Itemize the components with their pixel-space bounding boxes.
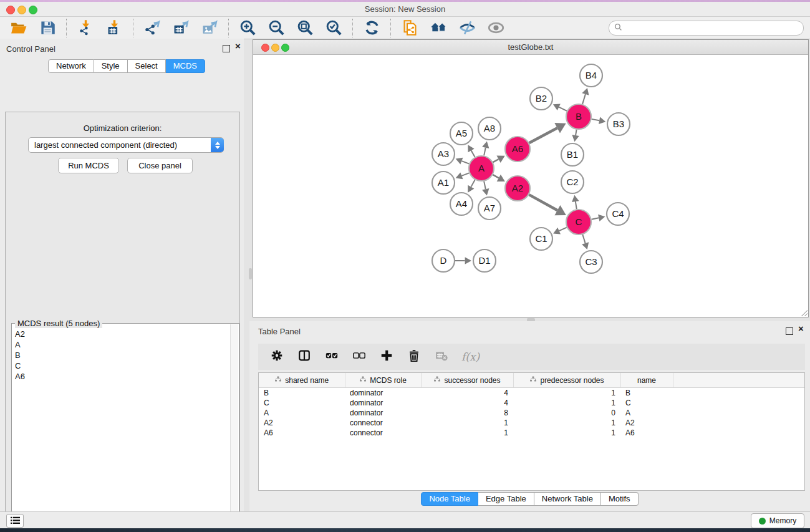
tab-mcds[interactable]: MCDS [166, 59, 205, 73]
import-network-button[interactable] [76, 19, 95, 37]
import-table-button[interactable] [105, 19, 123, 37]
table-cell[interactable]: 1 [513, 398, 620, 408]
mcds-result-item[interactable]: C [12, 360, 231, 371]
task-history-button[interactable] [6, 514, 24, 528]
table-cell[interactable]: 8 [421, 408, 513, 418]
table-cell[interactable]: 1 [421, 428, 513, 438]
tab-motifs[interactable]: Motifs [601, 492, 639, 506]
table-cell[interactable]: A [620, 408, 673, 418]
vertical-splitter-handle[interactable] [249, 268, 252, 279]
graph-node-A4[interactable]: A4 [450, 193, 473, 215]
table-cell[interactable]: A [259, 408, 345, 418]
tab-edge-table[interactable]: Edge Table [478, 492, 534, 506]
graph-edge-B-B4[interactable] [582, 94, 586, 104]
column-header-successor-nodes[interactable]: successor nodes [421, 373, 513, 388]
graph-node-C[interactable]: C [566, 210, 591, 235]
refresh-button[interactable] [362, 19, 381, 37]
table-row[interactable]: A6connector11A6 [259, 428, 804, 438]
column-header-shared-name[interactable]: shared name [259, 373, 345, 388]
graph-node-C4[interactable]: C4 [607, 203, 629, 225]
table-cell[interactable]: A6 [259, 428, 345, 438]
graph-node-B[interactable]: B [566, 104, 591, 129]
graph-edge-A-A1[interactable] [461, 173, 469, 176]
show-panels-button[interactable] [486, 19, 505, 37]
graph-node-A5[interactable]: A5 [450, 122, 473, 145]
table-cell[interactable]: B [259, 388, 345, 399]
graph-edge-B-B1[interactable] [576, 130, 577, 135]
mcds-result-list[interactable]: A2ABCA6 [12, 329, 231, 532]
graph-edge-A-A5[interactable] [471, 150, 475, 157]
graph-node-A8[interactable]: A8 [478, 117, 501, 140]
table-cell[interactable]: A6 [620, 428, 673, 438]
mcds-result-item[interactable]: A2 [12, 329, 231, 339]
close-panel-button[interactable]: Close panel [127, 158, 193, 173]
show-columns-button[interactable] [297, 349, 312, 365]
graph-edge-A-A8[interactable] [484, 148, 486, 156]
table-cell[interactable]: B [620, 388, 673, 399]
table-row[interactable]: Bdominator41B [259, 388, 804, 399]
table-cell[interactable]: dominator [345, 388, 421, 399]
export-image-button[interactable] [200, 19, 219, 37]
export-network-button[interactable] [143, 19, 162, 37]
table-cell[interactable]: 1 [513, 418, 620, 428]
graph-node-A[interactable]: A [469, 156, 494, 181]
zoom-selected-button[interactable] [324, 19, 343, 37]
optimization-criterion-select[interactable]: largest connected component (directed) [28, 137, 224, 153]
graph-node-A7[interactable]: A7 [478, 197, 501, 220]
home-button[interactable] [429, 19, 448, 37]
table-cell[interactable]: A2 [620, 418, 673, 428]
zoom-out-button[interactable] [267, 19, 286, 37]
hide-panels-button[interactable] [458, 19, 476, 37]
graph-node-A2[interactable]: A2 [505, 176, 530, 201]
graph-edge-B-B3[interactable] [592, 119, 599, 120]
search-input[interactable] [625, 23, 798, 33]
tab-network-table[interactable]: Network Table [534, 492, 601, 506]
export-table-button[interactable] [171, 19, 190, 37]
save-session-button[interactable] [38, 19, 57, 37]
search-box[interactable] [609, 21, 804, 36]
table-options-button[interactable] [269, 349, 284, 365]
graph-node-B2[interactable]: B2 [530, 87, 552, 110]
tab-node-table[interactable]: Node Table [421, 492, 478, 506]
table-cell[interactable]: dominator [345, 408, 421, 418]
column-header-mcds-role[interactable]: MCDS role [345, 373, 421, 388]
table-cell[interactable]: dominator [345, 398, 421, 408]
graph-edge-A-A6[interactable] [493, 159, 499, 162]
graph-node-D[interactable]: D [432, 249, 455, 272]
tab-style[interactable]: Style [94, 59, 128, 73]
graph-node-C1[interactable]: C1 [530, 228, 552, 250]
column-header-predecessor-nodes[interactable]: predecessor nodes [513, 373, 620, 388]
graph-edge-C-C3[interactable] [582, 235, 585, 243]
graph-node-A3[interactable]: A3 [432, 143, 455, 165]
graph-node-C3[interactable]: C3 [580, 251, 602, 273]
tab-network[interactable]: Network [48, 59, 94, 73]
graph-edge-B-B2[interactable] [559, 107, 567, 111]
mcds-result-item[interactable]: A [12, 339, 231, 350]
clone-network-button[interactable] [400, 19, 419, 37]
graph-edge-A6-B[interactable] [529, 128, 557, 143]
unselect-all-columns-button[interactable] [352, 349, 367, 365]
graph-node-A1[interactable]: A1 [432, 172, 455, 194]
table-cell[interactable]: 1 [513, 388, 620, 399]
float-table-panel-button[interactable] [786, 327, 793, 336]
float-control-panel-button[interactable] [223, 45, 230, 54]
graph-edge-A-A7[interactable] [484, 181, 486, 190]
zoom-in-button[interactable] [238, 19, 257, 37]
select-all-columns-button[interactable] [324, 349, 339, 365]
graph-edge-C-C2[interactable] [576, 201, 577, 209]
table-cell[interactable]: 4 [421, 388, 513, 399]
memory-button[interactable]: Memory [751, 513, 804, 528]
table-cell[interactable]: C [620, 398, 673, 408]
graph-edge-A2-C[interactable] [529, 195, 557, 210]
tab-select[interactable]: Select [128, 59, 166, 73]
network-canvas[interactable]: B4B2BB3A8A5A6A3B1AA1C2A2A4A7C4CC1C3DD1 [253, 55, 808, 317]
graph-edge-A-A3[interactable] [461, 161, 469, 164]
run-mcds-button[interactable]: Run MCDS [58, 158, 119, 173]
graph-edge-C-C4[interactable] [592, 218, 599, 219]
graph-node-B1[interactable]: B1 [561, 143, 584, 166]
graph-node-A6[interactable]: A6 [505, 137, 530, 162]
open-session-button[interactable] [9, 19, 28, 37]
graph-node-B4[interactable]: B4 [580, 64, 602, 87]
table-row[interactable]: A2connector11A2 [259, 418, 804, 428]
table-cell[interactable]: 1 [513, 428, 620, 438]
